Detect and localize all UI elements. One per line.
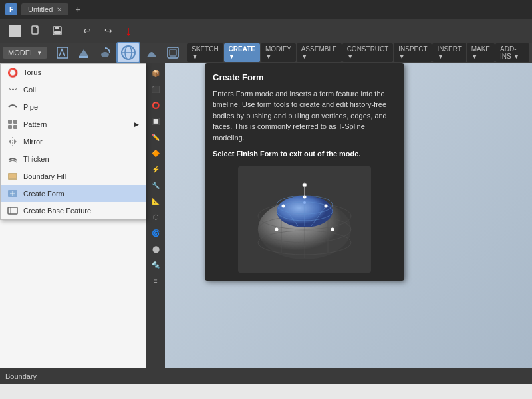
left-icon-12[interactable]: ⬤ xyxy=(148,241,163,256)
extrude-ribbon-btn[interactable] xyxy=(74,44,94,61)
left-icon-8[interactable]: 🔧 xyxy=(148,178,163,192)
tab-assemble[interactable]: ASSEMBLE ▼ xyxy=(297,43,342,62)
shell-ribbon-btn[interactable] xyxy=(163,44,183,61)
quick-access-toolbar: ↩ ↪ xyxy=(0,19,532,43)
left-icon-13[interactable]: 🔩 xyxy=(148,257,163,272)
grid-view-button[interactable] xyxy=(5,21,24,40)
form-preview-image xyxy=(238,166,371,273)
boundary-fill-label: Boundary Fill xyxy=(23,172,66,180)
svg-point-44 xyxy=(275,227,279,231)
svg-rect-14 xyxy=(8,120,12,124)
model-label: MODEL xyxy=(8,49,34,57)
menu-item-pipe[interactable]: Pipe xyxy=(1,98,146,116)
document-tab-title: Untitled xyxy=(28,5,53,13)
titlebar: F Untitled ✕ + xyxy=(0,0,532,19)
svg-rect-25 xyxy=(8,207,17,214)
menu-item-mirror[interactable]: Mirror xyxy=(1,133,146,150)
new-tab-button[interactable]: + xyxy=(71,3,84,16)
new-file-button[interactable] xyxy=(27,21,45,40)
tab-modify[interactable]: MODIFY ▼ xyxy=(261,43,296,62)
left-icon-10[interactable]: ⬡ xyxy=(148,209,163,224)
popup-description: Enters Form mode and inserts a form feat… xyxy=(213,88,396,144)
revolve-ribbon-btn[interactable] xyxy=(95,44,115,61)
boundary-label: Boundary xyxy=(5,372,37,380)
tab-sketch[interactable]: SKETCH ▼ xyxy=(187,43,223,62)
svg-rect-6 xyxy=(57,47,68,58)
pipe-icon xyxy=(7,102,18,112)
sketch-ribbon-btn[interactable] xyxy=(53,44,72,61)
left-icon-14[interactable]: ≡ xyxy=(148,273,163,288)
svg-text:F: F xyxy=(9,6,13,13)
svg-rect-16 xyxy=(8,125,12,129)
left-icon-7[interactable]: ⚡ xyxy=(148,162,163,176)
boundary-fill-icon xyxy=(7,171,18,182)
left-icon-3[interactable]: ⭕ xyxy=(148,98,163,112)
mirror-label: Mirror xyxy=(23,138,43,146)
popup-title: Create Form xyxy=(213,71,396,84)
coil-icon: 〰 xyxy=(7,84,18,95)
pattern-icon xyxy=(7,119,18,130)
tab-construct[interactable]: CONSTRUCT ▼ xyxy=(342,43,394,62)
left-icon-9[interactable]: 📐 xyxy=(148,194,163,208)
tab-inspect[interactable]: INSPECT ▼ xyxy=(394,43,432,62)
tab-create[interactable]: CREATE ▼ xyxy=(224,43,260,62)
menu-item-pattern[interactable]: Pattern ▶ xyxy=(1,116,146,133)
close-tab-button[interactable]: ✕ xyxy=(57,6,62,13)
menu-item-create-base[interactable]: Create Base Feature xyxy=(1,202,146,219)
document-tab[interactable]: Untitled ✕ xyxy=(21,3,68,15)
form-ribbon-btn[interactable] xyxy=(116,42,140,63)
create-form-icon xyxy=(7,188,18,199)
svg-point-45 xyxy=(331,227,334,231)
redo-button[interactable]: ↪ xyxy=(99,21,118,40)
torus-label: Torus xyxy=(23,68,41,76)
coil-label: Coil xyxy=(23,86,36,94)
menu-item-thicken[interactable]: Thicken xyxy=(1,150,146,168)
svg-rect-17 xyxy=(13,125,17,129)
pipe-label: Pipe xyxy=(23,103,38,111)
svg-rect-12 xyxy=(168,47,178,58)
menu-item-create-form[interactable]: → Create Form xyxy=(1,185,146,202)
undo-button[interactable]: ↩ xyxy=(78,21,96,40)
svg-rect-7 xyxy=(79,56,88,58)
app-icon: F xyxy=(5,3,17,15)
model-dropdown[interactable]: MODEL ▼ xyxy=(3,47,47,59)
torus-icon: ⭕ xyxy=(7,67,18,78)
viewport: Create Form Enters Form mode and inserts… xyxy=(165,63,532,368)
toolbar-separator xyxy=(72,24,72,37)
svg-rect-20 xyxy=(9,174,16,178)
menu-item-coil[interactable]: 〰 Coil xyxy=(1,81,146,98)
left-icon-2[interactable]: ⬛ xyxy=(148,82,163,96)
tab-addins[interactable]: ADD-INS ▼ xyxy=(495,43,529,62)
menu-item-boundary-fill[interactable]: Boundary Fill xyxy=(1,168,146,185)
create-form-tooltip: Create Form Enters Form mode and inserts… xyxy=(205,63,404,281)
thicken-icon xyxy=(7,154,18,164)
tab-make[interactable]: MAKE ▼ xyxy=(467,43,495,62)
left-icon-5[interactable]: ✏️ xyxy=(148,130,163,144)
left-icon-panel: 📦 ⬛ ⭕ 🔲 ✏️ 🔶 ⚡ 🔧 📐 ⬡ 🌀 ⬤ 🔩 ≡ xyxy=(146,63,165,368)
svg-rect-4 xyxy=(55,27,59,29)
pattern-label: Pattern xyxy=(23,120,47,128)
menu-item-torus[interactable]: ⭕ Torus xyxy=(1,64,146,81)
left-icon-4[interactable]: 🔲 xyxy=(148,114,163,128)
patch-ribbon-btn[interactable] xyxy=(142,44,162,61)
popup-finish-note: Select Finish Form to exit out of the mo… xyxy=(213,148,396,160)
svg-rect-5 xyxy=(54,31,61,34)
create-dropdown-menu: ⭕ Torus 〰 Coil Pipe P xyxy=(0,63,146,220)
mirror-icon xyxy=(7,136,18,147)
save-button[interactable] xyxy=(48,21,66,40)
svg-point-46 xyxy=(303,201,306,204)
create-base-icon xyxy=(7,205,18,216)
svg-point-43 xyxy=(325,204,328,207)
left-icon-1[interactable]: 📦 xyxy=(148,66,163,80)
tab-insert[interactable]: INSERT ▼ xyxy=(432,43,466,62)
svg-point-41 xyxy=(282,204,285,207)
create-base-label: Create Base Feature xyxy=(23,207,91,215)
svg-point-8 xyxy=(101,52,109,57)
statusbar: Boundary xyxy=(0,368,532,384)
ribbon: MODEL ▼ xyxy=(0,43,532,63)
create-form-ribbon-group: ↓ xyxy=(116,42,140,63)
svg-point-48 xyxy=(303,183,307,187)
left-icon-11[interactable]: 🌀 xyxy=(148,225,163,240)
left-icon-6[interactable]: 🔶 xyxy=(148,146,163,160)
model-arrow: ▼ xyxy=(37,50,42,56)
